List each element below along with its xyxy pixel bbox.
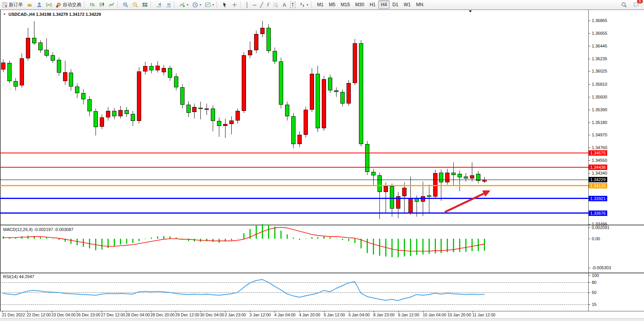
candle-body [359,43,363,144]
bar-chart-button[interactable] [87,0,97,9]
macd-bar [243,233,244,239]
candle-wick [200,102,201,119]
price-axis[interactable] [588,10,644,311]
macd-bar [262,224,263,239]
signals-button[interactable] [44,0,54,9]
gold-ingot-button[interactable] [25,0,34,9]
new-order-icon [2,2,8,8]
line-chart-icon [109,2,114,8]
bar-chart-icon [89,2,95,8]
candle-body [304,110,308,135]
fibonacci-icon [273,2,279,8]
timeframe-w1-button[interactable]: W1 [401,0,413,9]
price-hline[interactable] [0,185,588,186]
trendline-button[interactable]: ╱ [258,0,265,9]
candle-body [279,61,283,105]
pane-separator[interactable] [0,273,644,273]
macd-bar [478,239,479,251]
mt4-application: ▼ USDCAD-,H4 1.34198 1.34279 1.34172 1.3… [0,0,644,321]
new-order-label: 新订单 [9,2,23,8]
macd-bar [360,239,362,248]
macd-bar [169,236,171,239]
macd-bar [83,239,84,247]
price-tag: 1.33921 [589,196,607,201]
chart-shift-marker[interactable] [469,10,472,12]
timeframe-d1-button[interactable]: D1 [389,0,401,9]
collapse-triangle-icon[interactable]: ▼ [3,13,6,15]
zoom-in-button[interactable] [121,0,130,9]
macd-bar [15,238,16,239]
timeframe-m15-button[interactable]: M15 [338,0,352,9]
macd-bar [249,229,251,239]
auto-scroll-button[interactable] [154,0,164,9]
candle-body [198,108,203,109]
candle-body [285,105,289,116]
chart-shift-button[interactable] [164,0,173,9]
macd-bar [9,237,10,239]
candle-body [365,144,369,172]
main-toolbar: 新订单 自动交易 ▾ ▾ ▾ │ ─ ╱ ⫽ A T ▾ [0,0,644,10]
candle-body [254,34,258,50]
price-hline[interactable] [0,180,588,180]
periods-button[interactable]: ▾ [190,0,203,9]
pane-separator[interactable] [0,224,644,225]
notifications-button[interactable]: 1 [631,0,641,9]
macd-bar [422,239,424,255]
indicators-button[interactable]: ▾ [178,0,190,9]
templates-button[interactable]: ▾ [203,0,216,9]
pane-separator[interactable] [0,225,644,226]
rsi-level-line [0,304,588,305]
price-hline[interactable] [0,212,588,214]
vertical-line-button[interactable]: │ [244,0,251,9]
price-hline[interactable] [0,153,588,153]
crosshair-button[interactable] [230,0,239,9]
candle-body [464,177,468,178]
candle-body [112,111,116,116]
channel-button[interactable]: ⫽ [265,0,271,9]
candle-body [291,116,296,144]
macd-bar [367,239,368,253]
macd-bar [416,239,417,255]
candle-wick [404,182,405,212]
new-order-button[interactable]: 新订单 [0,0,25,9]
macd-bar [287,234,288,239]
text-button[interactable]: A [281,0,288,9]
macd-bar [212,239,214,242]
price-hline[interactable] [0,167,588,168]
candle-body [57,60,61,73]
search-button[interactable] [619,0,629,9]
autotrading-button[interactable]: 自动交易 [54,0,83,9]
macd-bar [77,239,78,245]
macd-bar [52,239,53,239]
cursor-button[interactable] [220,0,230,9]
time-axis[interactable] [0,311,588,318]
candlestick-chart-button[interactable] [97,0,107,9]
arrows-button[interactable]: ▾ [297,0,310,9]
pane-separator[interactable] [0,272,644,273]
candle-body [26,38,30,58]
community-button[interactable] [34,0,44,9]
text-label-icon: T [290,2,296,8]
timeframe-m30-button[interactable]: M30 [352,0,367,9]
horizontal-line-button[interactable]: ─ [251,0,258,9]
macd-bar [256,226,257,239]
tile-windows-button[interactable] [140,0,150,9]
zoom-out-button[interactable] [130,0,140,9]
timeframe-h1-button[interactable]: H1 [367,0,378,9]
timeframe-m5-button[interactable]: M5 [326,0,338,9]
fibonacci-button[interactable] [271,0,281,9]
macd-bar [336,238,337,239]
macd-bar [453,239,454,252]
timeframe-mn-button[interactable]: MN [413,0,426,9]
text-label-button[interactable]: T [288,0,297,9]
price-hline[interactable] [0,198,588,199]
line-chart-button[interactable] [107,0,116,9]
clock-icon [192,2,198,8]
macd-bar [145,239,146,239]
chart-window: ▼ USDCAD-,H4 1.34198 1.34279 1.34172 1.3… [0,0,644,321]
timeframe-m1-button[interactable]: M1 [314,0,326,9]
candle-body [334,90,338,92]
timeframe-h4-button[interactable]: H4 [378,0,389,9]
candle-body [458,174,462,177]
candle-body [236,111,240,121]
